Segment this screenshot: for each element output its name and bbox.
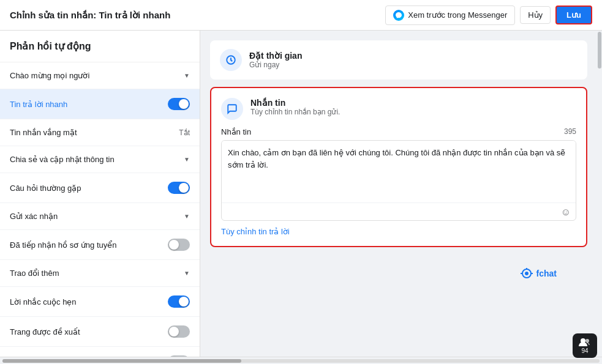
schedule-subtitle: Gửi ngay (249, 61, 302, 69)
bottom-scrollbar[interactable] (0, 357, 602, 364)
messenger-icon (393, 10, 404, 21)
branding-area: fchat (210, 254, 587, 279)
svg-point-3 (525, 272, 529, 275)
off-badge: Tắt (179, 128, 190, 137)
sidebar-header: Phản hồi tự động (0, 31, 200, 62)
sidebar-item-trang-khong[interactable]: Trang không được đề xuất (0, 347, 200, 357)
top-bar: Chỉnh sửa tin nhắn: Tin trả lời nhanh Xe… (0, 0, 602, 31)
message-card: Nhắn tin Tùy chỉnh tin nhắn bạn gửi. Nhắ… (210, 87, 587, 247)
message-title: Nhắn tin (250, 98, 340, 108)
trang-de-xuat-toggle[interactable] (168, 325, 190, 338)
sidebar-item-label: Tin trả lời nhanh (10, 100, 67, 109)
sidebar-item-tin-tra-loi[interactable]: Tin trả lời nhanh (0, 89, 200, 119)
schedule-card: Đặt thời gian Gửi ngay (210, 40, 587, 80)
nhan-tin-label: Nhắn tin (221, 127, 251, 136)
sidebar-item-label: Chia sẻ và cập nhật thông tin (10, 155, 115, 164)
save-button[interactable]: Lưu (555, 6, 592, 24)
sidebar-item-label: Tin nhắn vắng mặt (10, 128, 77, 137)
message-input[interactable]: Xin chào, cảm ơn bạn đã liên hệ với chún… (222, 141, 576, 201)
sidebar-item-loi-nhac[interactable]: Lời nhắc cuộc hẹn (0, 287, 200, 317)
page-title: Chỉnh sửa tin nhắn: Tin trả lời nhanh (10, 10, 385, 21)
sidebar-item-gui-xac-nhan[interactable]: Gửi xác nhận ▼ (0, 203, 200, 230)
svg-rect-1 (230, 59, 233, 62)
users-icon (579, 338, 591, 347)
scrollbar-track (2, 359, 600, 363)
user-badge[interactable]: 94 (573, 333, 597, 358)
sidebar-item-label: Trang được đề xuất (10, 327, 80, 336)
preview-button[interactable]: Xem trước trong Messenger (385, 6, 515, 25)
chevron-down-icon: ▼ (184, 270, 190, 277)
chevron-down-icon: ▼ (184, 156, 190, 163)
message-bubble-icon (221, 98, 243, 120)
sidebar-item-chia-se[interactable]: Chia sẻ và cập nhật thông tin ▼ (0, 146, 200, 173)
message-card-header: Nhắn tin Tùy chỉnh tin nhắn bạn gửi. (221, 98, 576, 120)
user-count: 94 (581, 347, 588, 354)
trang-khong-toggle[interactable] (168, 355, 190, 357)
sidebar-item-chao-mung[interactable]: Chào mừng mọi người ▼ (0, 62, 200, 89)
schedule-title: Đặt thời gian (249, 51, 302, 61)
emoji-icon[interactable]: ☺ (561, 207, 571, 218)
cancel-button[interactable]: Hủy (520, 6, 551, 24)
sidebar-item-label: Chào mừng mọi người (10, 71, 89, 80)
char-count: 395 (564, 127, 576, 136)
nhan-tin-row: Nhắn tin 395 (221, 127, 576, 136)
customize-link[interactable]: Tùy chỉnh tin trả lời (221, 227, 576, 236)
fchat-logo-icon (519, 268, 534, 279)
sidebar-item-label: Đã tiếp nhận hồ sơ ứng tuyển (10, 240, 116, 250)
textarea-wrapper: Xin chào, cảm ơn bạn đã liên hệ với chún… (221, 140, 576, 221)
right-scrollbar[interactable] (597, 31, 602, 357)
schedule-info: Đặt thời gian Gửi ngay (249, 51, 302, 69)
message-subtitle: Tùy chỉnh tin nhắn bạn gửi. (250, 108, 340, 116)
clock-icon (220, 49, 242, 71)
sidebar-item-trao-doi[interactable]: Trao đổi thêm ▼ (0, 260, 200, 287)
cau-hoi-toggle[interactable] (168, 182, 190, 194)
scrollbar-thumb-h (2, 359, 241, 363)
preview-label: Xem trước trong Messenger (408, 10, 507, 20)
sidebar-item-label: Câu hỏi thường gặp (10, 184, 81, 193)
tin-tra-loi-toggle[interactable] (168, 98, 190, 110)
fchat-brand: fchat (519, 268, 557, 279)
sidebar-item-label: Lời nhắc cuộc hẹn (10, 297, 77, 306)
sidebar-item-label: Gửi xác nhận (10, 212, 58, 221)
content-area: Đặt thời gian Gửi ngay Nhắn tin Tùy chỉn… (200, 31, 597, 357)
chevron-down-icon: ▼ (184, 213, 190, 220)
content-wrapper: Đặt thời gian Gửi ngay Nhắn tin Tùy chỉn… (200, 31, 602, 357)
sidebar-item-label: Trao đổi thêm (10, 269, 59, 278)
message-info: Nhắn tin Tùy chỉnh tin nhắn bạn gửi. (250, 98, 340, 116)
scrollbar-thumb (598, 32, 601, 69)
sidebar: Phản hồi tự động Chào mừng mọi người ▼ T… (0, 31, 200, 357)
top-bar-actions: Xem trước trong Messenger Hủy Lưu (385, 6, 592, 25)
chevron-down-icon: ▼ (184, 72, 190, 79)
textarea-footer: ☺ (222, 202, 576, 220)
loi-nhac-toggle[interactable] (168, 295, 190, 308)
main-layout: Phản hồi tự động Chào mừng mọi người ▼ T… (0, 31, 602, 357)
svg-point-8 (585, 339, 589, 343)
fchat-label: fchat (536, 269, 557, 278)
sidebar-item-tin-nhan-vang-mat[interactable]: Tin nhắn vắng mặt Tắt (0, 119, 200, 146)
da-tiep-nhan-toggle[interactable] (168, 239, 190, 251)
sidebar-item-da-tiep-nhan[interactable]: Đã tiếp nhận hồ sơ ứng tuyển (0, 230, 200, 260)
sidebar-item-cau-hoi[interactable]: Câu hỏi thường gặp (0, 173, 200, 203)
sidebar-item-trang-de-xuat[interactable]: Trang được đề xuất (0, 317, 200, 347)
